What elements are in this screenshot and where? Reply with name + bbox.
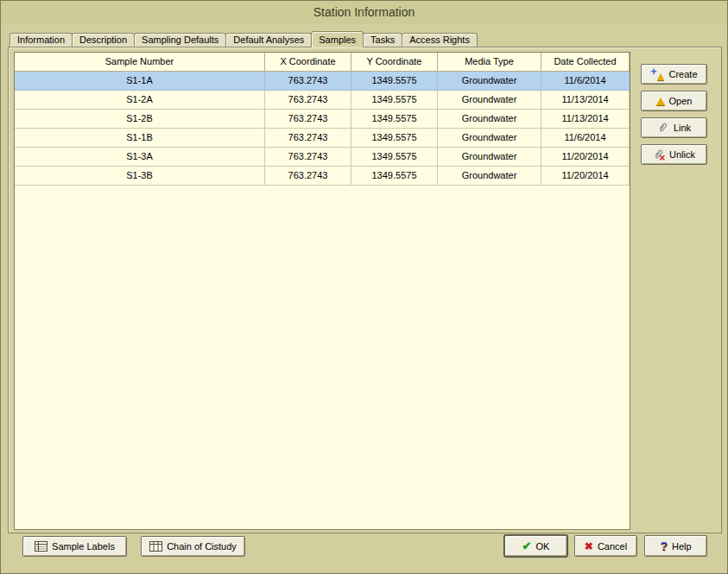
tab-tasks[interactable]: Tasks [363, 33, 402, 47]
table-cell: Groundwater [438, 72, 541, 91]
table-cell: 11/13/2014 [541, 91, 630, 110]
table-cell: 11/20/2014 [541, 167, 630, 186]
table-cell: 1349.5575 [351, 148, 438, 167]
station-information-window: Station Information InformationDescripti… [0, 0, 728, 574]
unlink-paperclip-icon [653, 148, 665, 161]
samples-tab-panel: Sample NumberX CoordinateY CoordinateMed… [8, 47, 722, 533]
table-cell: 11/6/2014 [541, 72, 630, 91]
unlick-button-label: Unlick [669, 149, 695, 160]
help-button[interactable]: ?Help [644, 535, 707, 557]
link-button-label: Link [674, 123, 691, 133]
chain-of-cistudy-button[interactable]: Chain of Cistudy [141, 536, 245, 557]
table-cell: 1349.5575 [351, 72, 438, 91]
table-cell: 763.2743 [265, 129, 351, 148]
table-cell: 1349.5575 [351, 167, 438, 186]
table-row[interactable]: S1-3B763.27431349.5575Groundwater11/20/2… [15, 167, 630, 186]
side-button-group: +CreateOpenLinkUnlick [641, 64, 707, 165]
table-cell: 763.2743 [265, 91, 351, 110]
bottom-right-button-group: ✔OK✖Cancel?Help [504, 535, 707, 557]
window-title: Station Information [1, 1, 727, 24]
table-cell: Groundwater [438, 167, 541, 186]
help-question-icon: ? [660, 540, 668, 552]
table-cell: 763.2743 [265, 167, 351, 186]
table-cell: Groundwater [438, 148, 541, 167]
table-cell: 11/20/2014 [541, 148, 630, 167]
tab-sampling-defaults[interactable]: Sampling Defaults [134, 33, 226, 47]
cancel-button-label: Cancel [598, 541, 627, 552]
table-body: S1-1A763.27431349.5575Groundwater11/6/20… [15, 72, 630, 186]
tab-description[interactable]: Description [72, 33, 135, 47]
ok-check-icon: ✔ [522, 540, 532, 552]
table-cell: S1-1B [15, 129, 265, 148]
column-header-date-collected[interactable]: Date Collected [541, 53, 630, 72]
table-cell: S1-2A [15, 91, 265, 110]
sample-labels-button-label: Sample Labels [52, 541, 115, 552]
cancel-x-icon: ✖ [585, 541, 593, 552]
tab-strip: InformationDescriptionSampling DefaultsD… [9, 31, 477, 47]
table-cell: Groundwater [438, 110, 541, 129]
column-header-sample-number[interactable]: Sample Number [15, 53, 265, 72]
table-header-row: Sample NumberX CoordinateY CoordinateMed… [15, 53, 630, 72]
table-cell: 1349.5575 [351, 129, 438, 148]
table-cell: 11/13/2014 [541, 110, 630, 129]
chain-of-cistudy-button-label: Chain of Cistudy [167, 541, 237, 552]
table-cell: Groundwater [438, 129, 541, 148]
open-button-label: Open [669, 96, 693, 106]
cancel-button[interactable]: ✖Cancel [574, 535, 637, 557]
table-cell: 1349.5575 [351, 91, 438, 110]
column-header-y-coordinate[interactable]: Y Coordinate [351, 53, 438, 72]
table-cell: 763.2743 [265, 72, 351, 91]
chain-of-custody-grid-icon [149, 541, 162, 552]
create-button[interactable]: +Create [641, 64, 707, 85]
create-marker-plus-icon: + [650, 68, 664, 80]
unlick-button[interactable]: Unlick [641, 144, 707, 165]
table-cell: 1349.5575 [351, 110, 438, 129]
table-cell: Groundwater [438, 91, 541, 110]
open-button[interactable]: Open [641, 91, 707, 111]
table-cell: S1-3B [15, 167, 265, 186]
table-row[interactable]: S1-1B763.27431349.5575Groundwater11/6/20… [15, 129, 630, 148]
link-button[interactable]: Link [641, 117, 707, 138]
open-triangle-icon [656, 98, 665, 105]
table-cell: S1-2B [15, 110, 265, 129]
table-cell: 763.2743 [265, 148, 351, 167]
samples-table: Sample NumberX CoordinateY CoordinateMed… [14, 52, 630, 530]
sample-labels-button[interactable]: Sample Labels [22, 536, 127, 557]
table-row[interactable]: S1-3A763.27431349.5575Groundwater11/20/2… [15, 148, 630, 167]
tab-samples[interactable]: Samples [311, 31, 364, 47]
table-row[interactable]: S1-2A763.27431349.5575Groundwater11/13/2… [15, 91, 630, 110]
column-header-x-coordinate[interactable]: X Coordinate [265, 53, 351, 72]
table-cell: 11/6/2014 [541, 129, 630, 148]
sample-labels-list-icon [35, 541, 47, 552]
help-button-label: Help [672, 541, 692, 552]
table-row[interactable]: S1-2B763.27431349.5575Groundwater11/13/2… [15, 110, 630, 129]
ok-button[interactable]: ✔OK [504, 535, 567, 557]
table-cell: 763.2743 [265, 110, 351, 129]
tab-information[interactable]: Information [9, 33, 73, 47]
link-paperclip-icon [657, 122, 669, 134]
column-header-media-type[interactable]: Media Type [438, 53, 541, 72]
create-button-label: Create [668, 69, 697, 79]
table-cell: S1-3A [15, 148, 265, 167]
ok-button-label: OK [536, 541, 550, 552]
table-cell: S1-1A [15, 72, 265, 91]
table-row[interactable]: S1-1A763.27431349.5575Groundwater11/6/20… [15, 72, 630, 91]
tab-default-analyses[interactable]: Default Analyses [225, 33, 312, 47]
bottom-left-button-group: Sample LabelsChain of Cistudy [22, 536, 245, 557]
tab-access-rights[interactable]: Access Rights [402, 33, 478, 47]
